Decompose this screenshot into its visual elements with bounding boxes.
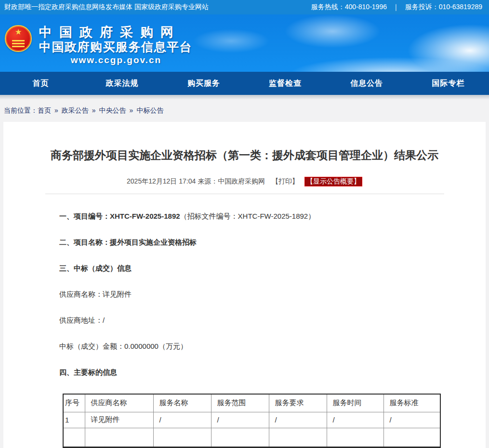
table-header-row: 序号 供应商名称 服务名称 服务范围 服务要求 服务时间 服务标准 <box>63 394 440 412</box>
main-navigation: 首页 政采法规 购买服务 监督检查 信息公告 国际专栏 <box>0 72 489 95</box>
table-header-cell: 服务时间 <box>327 394 383 412</box>
site-header: ★ 中国政府采购网 中国政府购买服务信息平台 www.ccgp.gov.cn <box>0 14 489 72</box>
service-complaint: 服务投诉：010-63819289 <box>405 3 482 12</box>
nav-item-home[interactable]: 首页 <box>0 79 81 89</box>
nav-item-international[interactable]: 国际专栏 <box>408 79 489 89</box>
table-cell: 1 <box>63 412 85 428</box>
table-cell <box>153 428 211 447</box>
table-header-cell: 服务范围 <box>211 394 269 412</box>
breadcrumb: 当前位置：首页»政采公告»中央公告»中标公告 <box>0 100 489 122</box>
show-summary-button[interactable]: 【显示公告概要】 <box>304 177 362 186</box>
cloud-decoration <box>284 14 381 48</box>
site-subtitle: 中国政府购买服务信息平台 <box>39 40 193 54</box>
table-cell <box>211 428 269 447</box>
breadcrumb-item-procurement-notices[interactable]: 政采公告 <box>62 106 89 114</box>
topbar-separator: ｜ <box>393 3 399 12</box>
site-slogan: 财政部唯一指定政府采购信息网络发布媒体 国家级政府采购专业网站 <box>4 3 209 12</box>
award-amount-line: 中标（成交）金额：0.0000000（万元） <box>59 342 486 351</box>
table-cell <box>327 428 383 447</box>
print-button[interactable]: 【打印】 <box>272 177 299 185</box>
table-header-cell: 供应商名称 <box>85 394 153 412</box>
award-info-heading: 三、中标（成交）信息 <box>59 264 486 273</box>
national-emblem-icon: ★ <box>5 25 32 52</box>
table-header-cell: 服务标准 <box>383 394 440 412</box>
table-header-cell: 序号 <box>63 394 85 412</box>
chevron-separator-icon: » <box>54 106 58 114</box>
gate-icon <box>12 43 25 44</box>
top-utility-bar: 财政部唯一指定政府采购信息网络发布媒体 国家级政府采购专业网站 服务热线：400… <box>0 0 489 14</box>
cloud-decoration <box>193 29 270 53</box>
breadcrumb-item-home[interactable]: 首页 <box>38 106 51 114</box>
table-cell: 详见附件 <box>85 412 153 428</box>
table-cell: / <box>269 412 327 428</box>
table-header-cell: 服务名称 <box>153 394 211 412</box>
service-hotline: 服务热线：400-810-1996 <box>311 3 387 12</box>
table-cell <box>85 428 153 447</box>
breadcrumb-item-central-notices[interactable]: 中央公告 <box>99 106 126 114</box>
cloud-decoration <box>407 24 489 72</box>
table-row: 1 详见附件 / / / / / <box>63 412 440 428</box>
table-cell <box>383 428 440 447</box>
table-cell: / <box>383 412 440 428</box>
table-cell: / <box>327 412 383 428</box>
project-number-line: 一、项目编号：XHTC-FW-2025-1892（招标文件编号：XHTC-FW-… <box>59 211 486 221</box>
site-logo[interactable]: ★ 中国政府采购网 中国政府购买服务信息平台 www.ccgp.gov.cn <box>5 25 193 66</box>
supplier-address-line: 供应商地址：/ <box>59 316 486 325</box>
nav-shadow-divider <box>0 95 489 100</box>
article-source: 来源：中国政府采购网 <box>198 177 265 185</box>
bid-info-table: 序号 供应商名称 服务名称 服务范围 服务要求 服务时间 服务标准 1 详见附件… <box>63 394 441 448</box>
nav-item-regulations[interactable]: 政采法规 <box>81 79 163 89</box>
content-panel: 商务部援外项目实施企业资格招标（第一类：援外成套项目管理企业）结果公示 2025… <box>3 122 486 448</box>
breadcrumb-item-award-notices[interactable]: 中标公告 <box>136 106 163 114</box>
table-row <box>63 428 440 447</box>
supplier-name-line: 供应商名称：详见附件 <box>59 290 486 299</box>
chevron-separator-icon: » <box>92 106 96 114</box>
publish-datetime: 2025年12月12日 17:04 <box>127 177 196 185</box>
article-body: 一、项目编号：XHTC-FW-2025-1892（招标文件编号：XHTC-FW-… <box>59 211 486 448</box>
nav-item-announcements[interactable]: 信息公告 <box>326 79 408 89</box>
site-name: 中国政府采购网 <box>39 25 193 40</box>
main-bid-info-heading: 四、主要标的信息 <box>59 368 486 377</box>
table-cell <box>269 428 327 447</box>
nav-item-purchase-services[interactable]: 购买服务 <box>163 79 244 89</box>
table-header-cell: 服务要求 <box>269 394 327 412</box>
nav-item-supervision[interactable]: 监督检查 <box>245 79 326 89</box>
page-title: 商务部援外项目实施企业资格招标（第一类：援外成套项目管理企业）结果公示 <box>17 148 472 162</box>
breadcrumb-label: 当前位置： <box>4 106 38 114</box>
site-url: www.ccgp.gov.cn <box>39 54 193 66</box>
table-cell: / <box>211 412 269 428</box>
meta-divider <box>45 194 444 194</box>
article-meta: 2025年12月12日 17:04 来源：中国政府采购网 【打印】 【显示公告概… <box>3 177 486 186</box>
table-cell: / <box>153 412 211 428</box>
star-icon: ★ <box>14 28 22 36</box>
chevron-separator-icon: » <box>130 106 133 114</box>
table-cell <box>63 428 85 447</box>
cloud-decoration <box>289 57 489 72</box>
project-name-line: 二、项目名称：援外项目实施企业资格招标 <box>59 237 486 247</box>
